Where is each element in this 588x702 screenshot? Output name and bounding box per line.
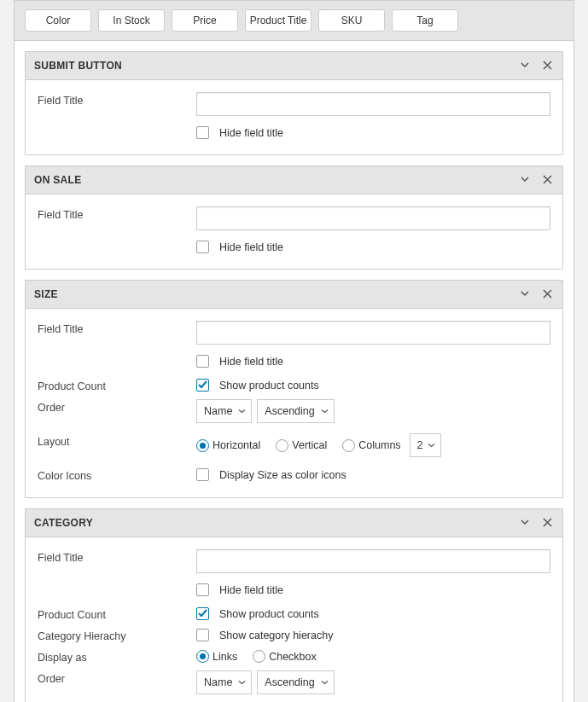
show-product-counts-checkbox[interactable] [196, 379, 209, 392]
display-as-checkbox-label[interactable]: Checkbox [269, 651, 317, 663]
chevron-down-icon [321, 679, 329, 687]
show-category-hierarchy-label[interactable]: Show category hierachy [219, 629, 333, 641]
layout-horizontal-label[interactable]: Horizontal [212, 439, 260, 451]
panel-header: SUBMIT BUTTON [26, 52, 562, 80]
remove-panel[interactable] [540, 59, 554, 73]
chevron-down-icon [238, 679, 246, 687]
select-value: Ascending [265, 676, 314, 688]
order-by-select[interactable]: Name [196, 399, 252, 423]
collapse-toggle[interactable] [518, 173, 532, 187]
label-field-title: Field Title [38, 549, 196, 564]
label-layout: Layout [38, 433, 196, 448]
settings-container: Color In Stock Price Product Title SKU T… [14, 0, 574, 702]
hide-field-title-label[interactable]: Hide field title [219, 584, 283, 596]
panel-header: CATEGORY [26, 509, 562, 537]
field-title-input[interactable] [196, 549, 550, 573]
chevron-down-icon [238, 408, 246, 415]
field-title-input[interactable] [196, 321, 550, 345]
order-by-select[interactable]: Name [196, 670, 252, 694]
hide-field-title-label[interactable]: Hide field title [219, 356, 283, 368]
label-field-title: Field Title [38, 206, 196, 221]
select-value: 2 [417, 439, 423, 451]
label-color-icons: Color Icons [38, 467, 196, 482]
close-icon [543, 517, 552, 530]
label-product-count: Product Count [38, 378, 196, 392]
panel-header: ON SALE [26, 166, 562, 194]
collapse-toggle[interactable] [518, 59, 532, 73]
close-icon [543, 174, 552, 187]
panel-on-sale: ON SALE Field Title Hide field title [25, 165, 563, 270]
hide-field-title-checkbox[interactable] [196, 583, 209, 596]
hide-field-title-checkbox[interactable] [196, 241, 209, 253]
remove-panel[interactable] [540, 287, 554, 301]
chevron-down-icon [520, 174, 530, 187]
layout-columns-radio[interactable] [342, 439, 355, 452]
hide-field-title-checkbox[interactable] [196, 126, 209, 139]
hide-field-title-checkbox[interactable] [196, 355, 209, 368]
layout-horizontal-radio[interactable] [196, 439, 209, 452]
panels-wrapper: SUBMIT BUTTON Field Title [15, 41, 573, 702]
label-order: Order [38, 399, 196, 414]
label-display-as: Display as [38, 649, 196, 664]
field-title-input[interactable] [196, 206, 550, 230]
layout-columns-label[interactable]: Columns [358, 439, 400, 451]
close-icon [543, 60, 552, 73]
order-direction-select[interactable]: Ascending [257, 399, 334, 423]
panel-submit-button: SUBMIT BUTTON Field Title [25, 51, 563, 155]
panel-size: SIZE Field Title Hide field title [25, 280, 563, 498]
order-direction-select[interactable]: Ascending [257, 670, 334, 694]
toolbar-button-sku[interactable]: SKU [318, 9, 385, 32]
display-as-checkbox-radio[interactable] [253, 650, 265, 663]
toolbar-button-in-stock[interactable]: In Stock [98, 9, 165, 32]
toolbar-button-color[interactable]: Color [25, 9, 91, 32]
toolbar-button-price[interactable]: Price [172, 9, 238, 32]
hide-field-title-label[interactable]: Hide field title [219, 127, 283, 139]
label-field-title: Field Title [38, 92, 196, 107]
show-product-counts-label[interactable]: Show product counts [219, 608, 319, 620]
columns-count-select[interactable]: 2 [410, 433, 441, 457]
label-product-count: Product Count [38, 606, 196, 621]
display-as-links-radio[interactable] [196, 650, 209, 663]
label-category-hierarchy: Category Hierachy [38, 628, 196, 642]
label-field-title: Field Title [38, 321, 196, 335]
select-value: Name [204, 676, 232, 688]
panel-title: SUBMIT BUTTON [34, 60, 518, 72]
color-icons-label[interactable]: Display Size as color icons [219, 469, 346, 481]
panel-title: CATEGORY [34, 517, 518, 529]
chevron-down-icon [428, 442, 435, 450]
show-category-hierarchy-checkbox[interactable] [196, 629, 209, 641]
layout-vertical-label[interactable]: Vertical [292, 439, 327, 451]
select-value: Ascending [265, 405, 314, 417]
layout-vertical-radio[interactable] [276, 439, 288, 452]
field-title-input[interactable] [196, 92, 550, 116]
display-as-links-label[interactable]: Links [212, 651, 237, 663]
panel-category: CATEGORY Field Title Hide field title [25, 508, 563, 702]
remove-panel[interactable] [540, 516, 554, 530]
chevron-down-icon [520, 517, 530, 530]
chevron-down-icon [520, 288, 530, 301]
remove-panel[interactable] [540, 173, 554, 187]
hide-field-title-label[interactable]: Hide field title [219, 241, 283, 253]
panel-title: ON SALE [34, 174, 518, 186]
collapse-toggle[interactable] [518, 287, 532, 301]
color-icons-checkbox[interactable] [196, 468, 209, 481]
select-value: Name [204, 405, 232, 417]
toolbar-button-tag[interactable]: Tag [392, 9, 458, 32]
show-product-counts-label[interactable]: Show product counts [219, 380, 319, 392]
close-icon [543, 288, 552, 301]
toolbar-button-product-title[interactable]: Product Title [245, 9, 311, 32]
panel-header: SIZE [26, 281, 562, 309]
field-type-toolbar: Color In Stock Price Product Title SKU T… [15, 1, 573, 41]
collapse-toggle[interactable] [518, 516, 532, 530]
chevron-down-icon [321, 408, 329, 415]
panel-title: SIZE [34, 288, 518, 300]
label-order: Order [38, 670, 196, 685]
chevron-down-icon [520, 60, 530, 73]
show-product-counts-checkbox[interactable] [196, 607, 209, 620]
